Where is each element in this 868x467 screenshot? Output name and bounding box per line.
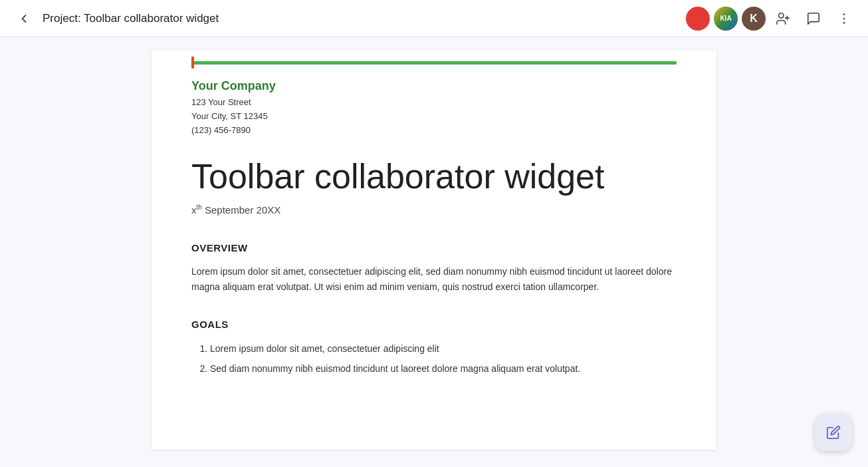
goals-section: GOALS Lorem ipsum dolor sit amet, consec… xyxy=(191,319,677,377)
goals-heading: GOALS xyxy=(191,319,677,330)
address-line2: Your City, ST 12345 xyxy=(191,110,677,124)
date-x: x xyxy=(191,204,197,216)
main-area: Your Company 123 Your Street Your City, … xyxy=(0,37,868,467)
svg-point-0 xyxy=(779,13,784,17)
date-sup: th xyxy=(197,204,202,211)
topbar: Project: Toolbar collaborator widget KIA… xyxy=(0,0,868,37)
avatar-k[interactable]: K xyxy=(742,7,766,31)
avatar-k-label: K xyxy=(750,13,758,25)
overview-section: OVERVIEW Lorem ipsum dolor sit amet, con… xyxy=(191,242,677,295)
edit-icon xyxy=(826,425,841,440)
more-button[interactable] xyxy=(831,5,857,32)
list-item: Lorem ipsum dolor sit amet, consectetuer… xyxy=(210,341,677,357)
company-address: 123 Your Street Your City, ST 12345 (123… xyxy=(191,96,677,137)
back-button[interactable] xyxy=(11,5,37,32)
list-item: Sed diam nonummy nibh euismod tincidunt … xyxy=(210,361,677,377)
page-title: Project: Toolbar collaborator widget xyxy=(43,12,686,25)
add-collaborator-button[interactable] xyxy=(770,5,796,32)
fab-edit-button[interactable] xyxy=(815,414,852,451)
avatar-kia-inner: KIA xyxy=(714,7,738,31)
svg-point-4 xyxy=(843,17,845,19)
comments-button[interactable] xyxy=(800,5,827,32)
green-bar-container xyxy=(152,51,716,65)
overview-body: Lorem ipsum dolor sit amet, consectetuer… xyxy=(191,264,677,295)
green-bar xyxy=(191,61,677,65)
doc-title: Toolbar collaborator widget xyxy=(191,157,677,197)
doc-page: Your Company 123 Your Street Your City, … xyxy=(152,51,716,450)
company-name: Your Company xyxy=(191,79,677,93)
date-rest: September 20XX xyxy=(202,204,280,216)
address-phone: (123) 456-7890 xyxy=(191,124,677,138)
avatar-kia[interactable]: KIA xyxy=(714,7,738,31)
svg-point-5 xyxy=(843,22,845,24)
company-section: Your Company 123 Your Street Your City, … xyxy=(191,79,677,137)
topbar-actions: KIA K xyxy=(686,5,857,32)
goals-list: Lorem ipsum dolor sit amet, consectetuer… xyxy=(191,341,677,377)
green-bar-marker xyxy=(191,57,194,69)
doc-date: xth September 20XX xyxy=(191,204,677,216)
avatar-red[interactable] xyxy=(686,7,710,31)
overview-heading: OVERVIEW xyxy=(191,242,677,253)
address-line1: 123 Your Street xyxy=(191,96,677,110)
svg-point-3 xyxy=(843,13,845,15)
